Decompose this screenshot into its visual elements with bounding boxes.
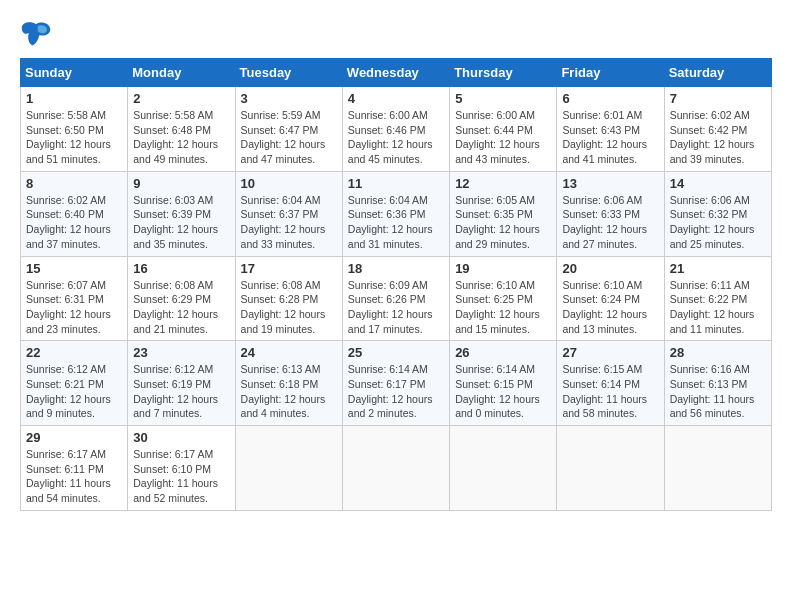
day-number: 10: [241, 176, 337, 191]
day-number: 7: [670, 91, 766, 106]
calendar-week-1: 1Sunrise: 5:58 AM Sunset: 6:50 PM Daylig…: [21, 87, 772, 172]
calendar-cell: 5Sunrise: 6:00 AM Sunset: 6:44 PM Daylig…: [450, 87, 557, 172]
day-info: Sunrise: 6:04 AM Sunset: 6:36 PM Dayligh…: [348, 193, 444, 252]
day-number: 13: [562, 176, 658, 191]
day-info: Sunrise: 6:01 AM Sunset: 6:43 PM Dayligh…: [562, 108, 658, 167]
calendar-cell: 3Sunrise: 5:59 AM Sunset: 6:47 PM Daylig…: [235, 87, 342, 172]
calendar-cell: 9Sunrise: 6:03 AM Sunset: 6:39 PM Daylig…: [128, 171, 235, 256]
day-info: Sunrise: 5:58 AM Sunset: 6:48 PM Dayligh…: [133, 108, 229, 167]
day-number: 25: [348, 345, 444, 360]
calendar-cell: 21Sunrise: 6:11 AM Sunset: 6:22 PM Dayli…: [664, 256, 771, 341]
calendar-cell: 17Sunrise: 6:08 AM Sunset: 6:28 PM Dayli…: [235, 256, 342, 341]
day-info: Sunrise: 5:59 AM Sunset: 6:47 PM Dayligh…: [241, 108, 337, 167]
header-saturday: Saturday: [664, 59, 771, 87]
calendar-cell: [235, 426, 342, 511]
day-info: Sunrise: 6:04 AM Sunset: 6:37 PM Dayligh…: [241, 193, 337, 252]
calendar-cell: 12Sunrise: 6:05 AM Sunset: 6:35 PM Dayli…: [450, 171, 557, 256]
calendar-cell: [450, 426, 557, 511]
calendar-cell: 28Sunrise: 6:16 AM Sunset: 6:13 PM Dayli…: [664, 341, 771, 426]
day-info: Sunrise: 5:58 AM Sunset: 6:50 PM Dayligh…: [26, 108, 122, 167]
day-info: Sunrise: 6:10 AM Sunset: 6:24 PM Dayligh…: [562, 278, 658, 337]
day-info: Sunrise: 6:06 AM Sunset: 6:32 PM Dayligh…: [670, 193, 766, 252]
header-friday: Friday: [557, 59, 664, 87]
day-number: 23: [133, 345, 229, 360]
day-info: Sunrise: 6:09 AM Sunset: 6:26 PM Dayligh…: [348, 278, 444, 337]
day-info: Sunrise: 6:08 AM Sunset: 6:28 PM Dayligh…: [241, 278, 337, 337]
day-number: 2: [133, 91, 229, 106]
day-number: 19: [455, 261, 551, 276]
day-number: 20: [562, 261, 658, 276]
calendar-cell: 26Sunrise: 6:14 AM Sunset: 6:15 PM Dayli…: [450, 341, 557, 426]
day-info: Sunrise: 6:11 AM Sunset: 6:22 PM Dayligh…: [670, 278, 766, 337]
calendar-cell: 25Sunrise: 6:14 AM Sunset: 6:17 PM Dayli…: [342, 341, 449, 426]
day-info: Sunrise: 6:06 AM Sunset: 6:33 PM Dayligh…: [562, 193, 658, 252]
day-number: 26: [455, 345, 551, 360]
day-info: Sunrise: 6:17 AM Sunset: 6:11 PM Dayligh…: [26, 447, 122, 506]
calendar-cell: 30Sunrise: 6:17 AM Sunset: 6:10 PM Dayli…: [128, 426, 235, 511]
day-number: 24: [241, 345, 337, 360]
calendar: SundayMondayTuesdayWednesdayThursdayFrid…: [20, 58, 772, 511]
calendar-cell: 4Sunrise: 6:00 AM Sunset: 6:46 PM Daylig…: [342, 87, 449, 172]
day-info: Sunrise: 6:12 AM Sunset: 6:19 PM Dayligh…: [133, 362, 229, 421]
calendar-cell: 22Sunrise: 6:12 AM Sunset: 6:21 PM Dayli…: [21, 341, 128, 426]
day-number: 27: [562, 345, 658, 360]
calendar-cell: [342, 426, 449, 511]
day-info: Sunrise: 6:15 AM Sunset: 6:14 PM Dayligh…: [562, 362, 658, 421]
day-info: Sunrise: 6:05 AM Sunset: 6:35 PM Dayligh…: [455, 193, 551, 252]
day-info: Sunrise: 6:12 AM Sunset: 6:21 PM Dayligh…: [26, 362, 122, 421]
day-info: Sunrise: 6:14 AM Sunset: 6:17 PM Dayligh…: [348, 362, 444, 421]
calendar-cell: 14Sunrise: 6:06 AM Sunset: 6:32 PM Dayli…: [664, 171, 771, 256]
calendar-cell: 16Sunrise: 6:08 AM Sunset: 6:29 PM Dayli…: [128, 256, 235, 341]
day-info: Sunrise: 6:03 AM Sunset: 6:39 PM Dayligh…: [133, 193, 229, 252]
header-monday: Monday: [128, 59, 235, 87]
calendar-week-2: 8Sunrise: 6:02 AM Sunset: 6:40 PM Daylig…: [21, 171, 772, 256]
calendar-week-4: 22Sunrise: 6:12 AM Sunset: 6:21 PM Dayli…: [21, 341, 772, 426]
day-number: 21: [670, 261, 766, 276]
day-number: 4: [348, 91, 444, 106]
calendar-cell: 11Sunrise: 6:04 AM Sunset: 6:36 PM Dayli…: [342, 171, 449, 256]
day-number: 16: [133, 261, 229, 276]
calendar-cell: 7Sunrise: 6:02 AM Sunset: 6:42 PM Daylig…: [664, 87, 771, 172]
day-info: Sunrise: 6:07 AM Sunset: 6:31 PM Dayligh…: [26, 278, 122, 337]
day-number: 5: [455, 91, 551, 106]
calendar-cell: 13Sunrise: 6:06 AM Sunset: 6:33 PM Dayli…: [557, 171, 664, 256]
day-number: 3: [241, 91, 337, 106]
calendar-cell: 29Sunrise: 6:17 AM Sunset: 6:11 PM Dayli…: [21, 426, 128, 511]
day-info: Sunrise: 6:17 AM Sunset: 6:10 PM Dayligh…: [133, 447, 229, 506]
calendar-cell: 27Sunrise: 6:15 AM Sunset: 6:14 PM Dayli…: [557, 341, 664, 426]
header-wednesday: Wednesday: [342, 59, 449, 87]
day-info: Sunrise: 6:00 AM Sunset: 6:46 PM Dayligh…: [348, 108, 444, 167]
day-number: 8: [26, 176, 122, 191]
header-thursday: Thursday: [450, 59, 557, 87]
day-info: Sunrise: 6:14 AM Sunset: 6:15 PM Dayligh…: [455, 362, 551, 421]
calendar-week-5: 29Sunrise: 6:17 AM Sunset: 6:11 PM Dayli…: [21, 426, 772, 511]
day-info: Sunrise: 6:10 AM Sunset: 6:25 PM Dayligh…: [455, 278, 551, 337]
calendar-cell: 2Sunrise: 5:58 AM Sunset: 6:48 PM Daylig…: [128, 87, 235, 172]
day-number: 11: [348, 176, 444, 191]
day-number: 9: [133, 176, 229, 191]
header-sunday: Sunday: [21, 59, 128, 87]
day-info: Sunrise: 6:08 AM Sunset: 6:29 PM Dayligh…: [133, 278, 229, 337]
calendar-cell: 8Sunrise: 6:02 AM Sunset: 6:40 PM Daylig…: [21, 171, 128, 256]
calendar-cell: [557, 426, 664, 511]
logo: [20, 20, 56, 48]
calendar-cell: 20Sunrise: 6:10 AM Sunset: 6:24 PM Dayli…: [557, 256, 664, 341]
day-number: 30: [133, 430, 229, 445]
day-info: Sunrise: 6:13 AM Sunset: 6:18 PM Dayligh…: [241, 362, 337, 421]
day-number: 12: [455, 176, 551, 191]
day-number: 15: [26, 261, 122, 276]
calendar-cell: 23Sunrise: 6:12 AM Sunset: 6:19 PM Dayli…: [128, 341, 235, 426]
calendar-cell: 6Sunrise: 6:01 AM Sunset: 6:43 PM Daylig…: [557, 87, 664, 172]
calendar-cell: 15Sunrise: 6:07 AM Sunset: 6:31 PM Dayli…: [21, 256, 128, 341]
day-info: Sunrise: 6:02 AM Sunset: 6:42 PM Dayligh…: [670, 108, 766, 167]
calendar-header-row: SundayMondayTuesdayWednesdayThursdayFrid…: [21, 59, 772, 87]
calendar-week-3: 15Sunrise: 6:07 AM Sunset: 6:31 PM Dayli…: [21, 256, 772, 341]
logo-icon: [20, 20, 52, 48]
day-number: 28: [670, 345, 766, 360]
day-number: 29: [26, 430, 122, 445]
calendar-cell: 10Sunrise: 6:04 AM Sunset: 6:37 PM Dayli…: [235, 171, 342, 256]
calendar-cell: 24Sunrise: 6:13 AM Sunset: 6:18 PM Dayli…: [235, 341, 342, 426]
day-number: 14: [670, 176, 766, 191]
header: [20, 20, 772, 48]
day-number: 18: [348, 261, 444, 276]
